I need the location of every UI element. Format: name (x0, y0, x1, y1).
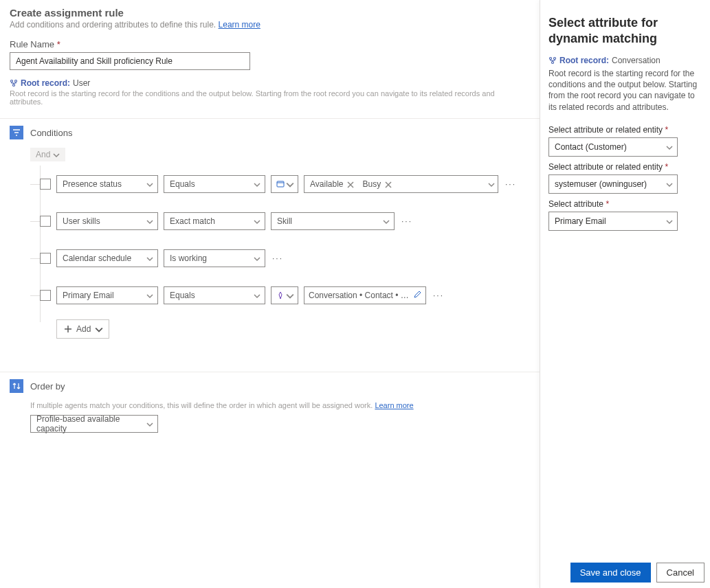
panel-field-label: Select attribute or related entity * (548, 125, 702, 135)
orderby-description: If multiple agents match your conditions… (30, 401, 530, 409)
panel-field-label-text: Select attribute or related entity (548, 125, 663, 135)
operator-select[interactable]: Is working (164, 249, 265, 267)
chevron-down-icon (488, 181, 495, 188)
dynamic-value-type-button[interactable] (271, 286, 298, 304)
learn-more-link[interactable]: Learn more (219, 20, 260, 30)
conditions-icon (10, 126, 23, 139)
conditions-title: Conditions (30, 128, 72, 138)
chevron-down-icon (146, 420, 153, 427)
chevron-down-icon (146, 292, 153, 299)
edit-icon[interactable] (413, 291, 421, 301)
chip-label: Busy (362, 179, 381, 189)
panel-select-value: systemuser (owninguser) (555, 179, 647, 189)
cancel-button[interactable]: Cancel (656, 563, 705, 583)
save-and-close-button[interactable]: Save and close (570, 563, 651, 583)
panel-root-record: Root record: Conversation (548, 56, 702, 65)
rule-name-label: Rule Name * (10, 39, 530, 49)
svg-point-0 (11, 80, 13, 82)
rule-name-label-text: Rule Name (10, 39, 54, 49)
svg-point-1 (15, 80, 17, 82)
root-record-description: Root record is the starting record for t… (10, 89, 525, 106)
condition-row: User skills Exact match Skill ··· (40, 203, 530, 240)
chip-remove-icon[interactable] (347, 181, 354, 188)
panel-root-description: Root record is the starting record for t… (548, 68, 702, 113)
chevron-down-icon (666, 218, 673, 225)
orderby-learn-more-link[interactable]: Learn more (375, 401, 413, 409)
dynamic-value-text: Conversation • Contact • User • P... (309, 291, 410, 300)
chevron-down-icon (254, 218, 260, 225)
field-select[interactable]: User skills (56, 212, 158, 230)
panel-field-label-text: Select attribute (548, 199, 603, 209)
value-type-button[interactable] (271, 175, 298, 193)
panel-title: Select attribute for dynamic matching (548, 15, 702, 46)
panel-field-label: Select attribute or related entity * (548, 162, 702, 172)
panel-field-label-text: Select attribute or related entity (548, 162, 663, 172)
required-asterisk: * (665, 125, 668, 135)
panel-select-attribute[interactable]: Primary Email (548, 212, 678, 231)
field-value: Primary Email (63, 291, 114, 300)
chevron-down-icon (254, 255, 260, 262)
rule-name-input[interactable] (10, 52, 250, 70)
row-more-menu[interactable]: ··· (400, 216, 414, 226)
add-condition-button[interactable]: Add (56, 319, 109, 339)
svg-rect-3 (277, 181, 284, 187)
skill-value: Skill (277, 216, 292, 226)
skill-select[interactable]: Skill (271, 212, 395, 230)
chevron-down-icon (146, 181, 153, 188)
row-checkbox[interactable] (40, 290, 51, 301)
condition-row: Primary Email Equals Conversation • Cont… (40, 277, 530, 314)
attribute-panel: Select attribute for dynamic matching Ro… (540, 0, 710, 588)
orderby-section-header: Order by (10, 379, 530, 393)
conditions-section-header: Conditions (10, 126, 530, 139)
condition-row: Presence status Equals Available (40, 166, 530, 203)
row-more-menu[interactable]: ··· (432, 291, 445, 300)
orderby-desc-text: If multiple agents match your conditions… (30, 401, 373, 409)
svg-point-4 (550, 58, 552, 60)
value-chips[interactable]: Available Busy (304, 175, 498, 193)
group-operator-label: And (36, 150, 50, 159)
field-select[interactable]: Calendar schedule (56, 249, 158, 267)
required-asterisk: * (606, 199, 609, 209)
root-record-label: Root record: (21, 78, 70, 88)
field-value: Calendar schedule (63, 253, 131, 263)
field-select[interactable]: Primary Email (56, 286, 158, 304)
chip-label: Available (310, 179, 343, 189)
chevron-down-icon (146, 255, 153, 262)
row-checkbox[interactable] (40, 179, 51, 190)
operator-value: Exact match (170, 216, 215, 226)
hierarchy-icon (548, 56, 557, 65)
panel-select-value: Contact (Customer) (555, 142, 627, 152)
chip-remove-icon[interactable] (385, 181, 392, 188)
field-select[interactable]: Presence status (56, 175, 158, 193)
row-checkbox[interactable] (40, 216, 51, 227)
operator-select[interactable]: Exact match (164, 212, 265, 230)
chip: Available (307, 177, 357, 191)
chevron-down-icon (286, 292, 293, 299)
dynamic-value-display[interactable]: Conversation • Contact • User • P... (304, 286, 426, 304)
orderby-select[interactable]: Profile-based available capacity (30, 415, 158, 433)
add-label: Add (76, 324, 91, 334)
root-record-line: Root record: User (10, 78, 530, 88)
row-checkbox[interactable] (40, 253, 51, 264)
chevron-down-icon (254, 181, 260, 188)
row-more-menu[interactable]: ··· (504, 179, 518, 189)
chip: Busy (359, 177, 395, 191)
panel-select-entity-2[interactable]: systemuser (owninguser) (548, 174, 678, 194)
chevron-down-icon (254, 292, 260, 299)
chevron-down-icon (666, 181, 673, 188)
condition-row: Calendar schedule Is working ··· (40, 240, 530, 277)
row-more-menu[interactable]: ··· (271, 253, 285, 263)
field-value: Presence status (63, 179, 122, 189)
required-asterisk: * (665, 162, 668, 172)
svg-point-6 (552, 62, 554, 64)
group-operator-dropdown[interactable]: And (30, 148, 65, 161)
chevron-down-icon (146, 218, 153, 225)
panel-select-entity-1[interactable]: Contact (Customer) (548, 137, 678, 157)
operator-select[interactable]: Equals (164, 175, 265, 193)
chevron-down-icon (666, 144, 673, 150)
chevron-down-icon (286, 181, 293, 188)
operator-select[interactable]: Equals (164, 286, 265, 304)
field-value: User skills (63, 216, 100, 226)
orderby-value: Profile-based available capacity (36, 414, 146, 433)
root-record-value: User (73, 78, 90, 88)
